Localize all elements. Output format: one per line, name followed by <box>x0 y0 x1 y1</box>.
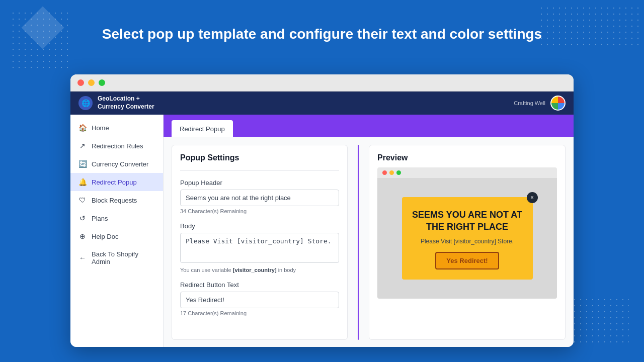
modal-header-text: SEEMS YOU ARE NOT AT THE RIGHT PLACE <box>412 209 523 233</box>
help-icon: ⊕ <box>78 232 87 240</box>
divider <box>180 170 339 171</box>
popup-header-char-count: 34 Character(s) Remaining <box>180 208 339 214</box>
body-group: Body You can use variable [visitor_count… <box>180 222 339 273</box>
preview-browser-body: × SEEMS YOU ARE NOT AT THE RIGHT PLACE P… <box>377 178 557 299</box>
modal-close-button[interactable]: × <box>527 192 538 203</box>
body-textarea[interactable] <box>180 233 339 263</box>
redirect-button-text-group: Redirect Button Text 17 Character(s) Rem… <box>180 281 339 316</box>
traffic-light-red[interactable] <box>77 79 84 86</box>
sidebar-item-back-shopify[interactable]: ← Back To Shopify Admin <box>70 245 163 270</box>
app-header: 🌐 GeoLocation + Currency Converter Craft… <box>70 92 574 115</box>
body-label: Body <box>180 222 339 230</box>
redirect-icon: ↗ <box>78 142 87 150</box>
content-area: Redirect Popup Popup Settings Popup Head… <box>164 115 574 347</box>
preview-mini-chrome <box>377 167 557 178</box>
redirect-button-text-input[interactable] <box>180 292 339 308</box>
redirect-button-char-count: 17 Character(s) Remaining <box>180 310 339 316</box>
popup-header-label: Popup Header <box>180 179 339 187</box>
browser-chrome <box>70 74 574 92</box>
popup-header-group: Popup Header 34 Character(s) Remaining <box>180 179 339 214</box>
variable-hint: You can use variable [visitor_country] i… <box>180 267 339 273</box>
preview-title: Preview <box>377 153 557 162</box>
tab-bar: Redirect Popup <box>164 115 574 137</box>
redirect-button-text-label: Redirect Button Text <box>180 281 339 289</box>
app-body: 🏠 Home ↗ Redirection Rules 🔄 Currency Co… <box>70 115 574 347</box>
sidebar-item-home[interactable]: 🏠 Home <box>70 119 163 137</box>
sidebar-item-currency-converter[interactable]: 🔄 Currency Converter <box>70 155 163 173</box>
app-header-right: Crafting Well <box>514 96 566 111</box>
sidebar-item-redirection-rules[interactable]: ↗ Redirection Rules <box>70 137 163 155</box>
sidebar-item-plans[interactable]: ↺ Plans <box>70 209 163 227</box>
modal-body-text: Please Visit [visitor_country] Store. <box>412 238 523 245</box>
modal-redirect-button[interactable]: Yes Redirect! <box>435 252 499 269</box>
preview-tl-yellow <box>389 170 394 175</box>
sidebar-item-help-doc[interactable]: ⊕ Help Doc <box>70 227 163 245</box>
preview-tl-red <box>382 170 387 175</box>
sidebar-item-redirect-popup[interactable]: 🔔 Redirect Popup <box>70 173 163 191</box>
sidebar-item-block-requests[interactable]: 🛡 Block Requests <box>70 191 163 209</box>
traffic-light-green[interactable] <box>99 79 105 86</box>
shield-icon: 🛡 <box>78 196 87 204</box>
sidebar: 🏠 Home ↗ Redirection Rules 🔄 Currency Co… <box>70 115 164 347</box>
plans-icon: ↺ <box>78 214 87 222</box>
header-avatar <box>550 96 566 111</box>
home-icon: 🏠 <box>78 124 87 132</box>
page-title: Select pop up template and configure the… <box>70 26 574 42</box>
bell-icon: 🔔 <box>78 178 87 186</box>
back-icon: ← <box>78 254 87 262</box>
settings-panel-title: Popup Settings <box>180 153 339 162</box>
vertical-divider <box>358 145 359 340</box>
browser-window: 🌐 GeoLocation + Currency Converter Craft… <box>70 74 574 347</box>
modal-popup: × SEEMS YOU ARE NOT AT THE RIGHT PLACE P… <box>402 197 533 280</box>
header-store-text: Crafting Well <box>514 100 545 106</box>
content-panels: Popup Settings Popup Header 34 Character… <box>164 137 574 347</box>
converter-icon: 🔄 <box>78 160 87 168</box>
traffic-light-yellow[interactable] <box>88 79 95 86</box>
app-header-title: GeoLocation + Currency Converter <box>98 95 154 111</box>
app-logo: 🌐 <box>78 96 93 110</box>
app-header-left: 🌐 GeoLocation + Currency Converter <box>78 95 154 111</box>
preview-tl-green <box>396 170 401 175</box>
popup-header-input[interactable] <box>180 190 339 206</box>
settings-panel: Popup Settings Popup Header 34 Character… <box>172 145 348 340</box>
preview-panel: Preview × SEEMS YOU ARE NOT AT THE RIGHT… <box>369 145 566 340</box>
tab-redirect-popup[interactable]: Redirect Popup <box>172 120 233 137</box>
